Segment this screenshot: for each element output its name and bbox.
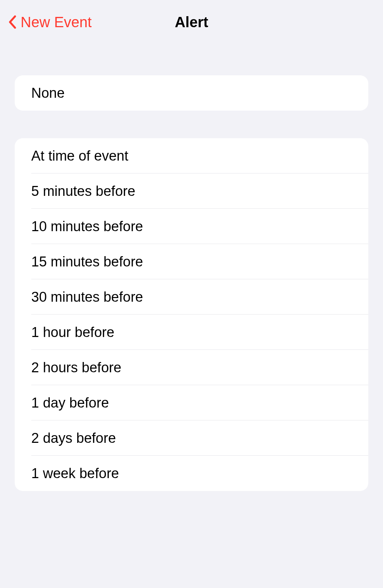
option-label: None [31,85,65,101]
chevron-left-icon [7,14,18,30]
option-15-minutes-before[interactable]: 15 minutes before [15,244,368,279]
option-label: At time of event [31,148,128,164]
option-1-week-before[interactable]: 1 week before [15,456,368,491]
option-10-minutes-before[interactable]: 10 minutes before [15,209,368,244]
option-at-time-of-event[interactable]: At time of event [15,138,368,173]
content: None At time of event 5 minutes before 1… [0,44,383,491]
option-label: 2 hours before [31,360,121,376]
option-2-days-before[interactable]: 2 days before [15,420,368,456]
option-group-times: At time of event 5 minutes before 10 min… [15,138,368,491]
option-label: 1 week before [31,466,119,481]
page-title: Alert [175,14,208,31]
option-2-hours-before[interactable]: 2 hours before [15,350,368,385]
option-label: 10 minutes before [31,219,143,234]
option-label: 1 day before [31,395,109,411]
back-button[interactable]: New Event [7,14,92,31]
option-30-minutes-before[interactable]: 30 minutes before [15,279,368,315]
back-button-label: New Event [21,14,92,31]
option-label: 15 minutes before [31,254,143,270]
option-5-minutes-before[interactable]: 5 minutes before [15,173,368,209]
navbar: New Event Alert [0,0,383,44]
option-label: 30 minutes before [31,289,143,305]
option-1-hour-before[interactable]: 1 hour before [15,315,368,350]
option-group-none: None [15,75,368,111]
option-none[interactable]: None [15,75,368,111]
option-label: 5 minutes before [31,183,135,199]
option-label: 1 hour before [31,325,114,340]
option-label: 2 days before [31,430,116,446]
option-1-day-before[interactable]: 1 day before [15,385,368,420]
